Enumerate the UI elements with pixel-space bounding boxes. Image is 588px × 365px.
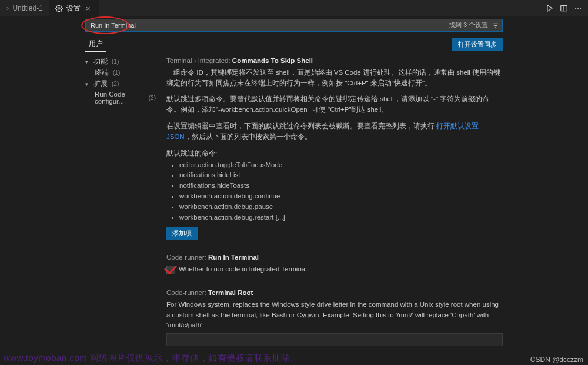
toc-label: 功能 <box>93 57 108 66</box>
search-result-count: 找到 3 个设置 <box>449 21 488 29</box>
terminal-root-input[interactable] <box>166 333 503 346</box>
settings-search-input[interactable] <box>85 19 503 32</box>
setting-title: Code-runner: Run In Terminal <box>166 253 503 263</box>
setting-commands-to-skip-shell: Terminal › Integrated: Commands To Skip … <box>166 56 503 240</box>
default-skip-heading: 默认跳过的命令: <box>166 148 503 159</box>
settings-toc: ▾ 功能 (1) 终端 (1) ▾ 扩展 (2) Run Code config… <box>85 56 156 365</box>
chevron-down-icon: ▾ <box>85 81 91 87</box>
tab-actions <box>546 0 588 16</box>
toc-count: (1) <box>112 58 119 65</box>
setting-description: 一组命令 ID，其键绑定将不发送至 shell，而是始终由 VS Code 进行… <box>166 68 503 240</box>
open-settings-sync-button[interactable]: 打开设置同步 <box>452 38 503 51</box>
close-icon[interactable]: × <box>84 4 92 12</box>
toc-item-runcode[interactable]: Run Code configur... (2) <box>85 89 156 106</box>
toc-label: 扩展 <box>93 79 108 88</box>
footer-watermark: www.toymoban.com 网络图片仅供展示，非存储，如有侵权请联系删除。 <box>4 353 299 364</box>
settings-main: ▾ 功能 (1) 终端 (1) ▾ 扩展 (2) Run Code config… <box>85 56 503 365</box>
settings-content: Terminal › Integrated: Commands To Skip … <box>166 56 503 365</box>
chevron-down-icon: ▾ <box>85 59 91 65</box>
add-item-button[interactable]: 添加项 <box>166 227 198 240</box>
setting-title: Terminal › Integrated: Commands To Skip … <box>166 56 503 67</box>
toc-label: 终端 <box>95 68 109 77</box>
setting-checkbox-row: Whether to run code in Integrated Termin… <box>166 264 503 275</box>
svg-point-4 <box>575 8 576 9</box>
more-actions-icon[interactable] <box>574 4 582 12</box>
tab-label: 设置 <box>66 4 81 14</box>
tab-bar: Untitled-1 设置 × <box>0 0 588 16</box>
split-editor-icon[interactable] <box>560 4 568 12</box>
file-icon <box>6 5 9 11</box>
play-icon[interactable] <box>546 4 554 12</box>
search-status: 找到 3 个设置 <box>449 19 499 32</box>
setting-terminal-root: Code-runner: Terminal Root For Windows s… <box>166 288 503 346</box>
settings-scope-row: 用户 打开设置同步 <box>85 36 503 52</box>
tab-settings[interactable]: 设置 × <box>49 0 99 16</box>
scope-user-tab[interactable]: 用户 <box>85 36 106 52</box>
list-item: workbench.action.debug.restart [...] <box>179 213 503 223</box>
filter-icon[interactable] <box>492 22 499 29</box>
toc-count: (1) <box>113 69 120 76</box>
annotation-check-icon <box>164 266 177 275</box>
tab-label: Untitled-1 <box>12 4 42 12</box>
setting-title: Code-runner: Terminal Root <box>166 288 503 298</box>
setting-description: Whether to run code in Integrated Termin… <box>179 264 309 275</box>
svg-marker-1 <box>547 5 552 12</box>
list-item: workbench.action.debug.pause <box>179 202 503 213</box>
run-in-terminal-checkbox[interactable] <box>166 266 175 274</box>
svg-point-6 <box>580 8 581 9</box>
settings-search-row: 找到 3 个设置 <box>85 19 503 32</box>
list-item: workbench.action.debug.continue <box>179 191 503 202</box>
toc-count: (2) <box>112 81 119 87</box>
toc-label: Run Code configur... <box>95 91 145 105</box>
footer-credit: CSDN @dcczzm <box>530 356 583 364</box>
toc-group-extensions[interactable]: ▾ 扩展 (2) <box>85 78 156 89</box>
svg-point-0 <box>58 7 60 9</box>
toc-count: (2) <box>149 95 156 101</box>
setting-run-in-terminal: Code-runner: Run In Terminal Whether to … <box>166 253 503 275</box>
list-item: notifications.hideList <box>179 170 503 181</box>
list-item: notifications.hideToasts <box>179 181 503 191</box>
svg-point-5 <box>577 8 579 9</box>
tab-untitled[interactable]: Untitled-1 <box>0 0 49 16</box>
skip-command-list: editor.action.toggleTabFocusMode notific… <box>179 160 503 223</box>
gear-icon <box>55 5 63 12</box>
toc-group-features[interactable]: ▾ 功能 (1) <box>85 56 156 67</box>
list-item: editor.action.toggleTabFocusMode <box>179 160 503 171</box>
setting-description: For Windows system, replaces the Windows… <box>166 300 503 331</box>
toc-item-terminal[interactable]: 终端 (1) <box>85 67 156 78</box>
